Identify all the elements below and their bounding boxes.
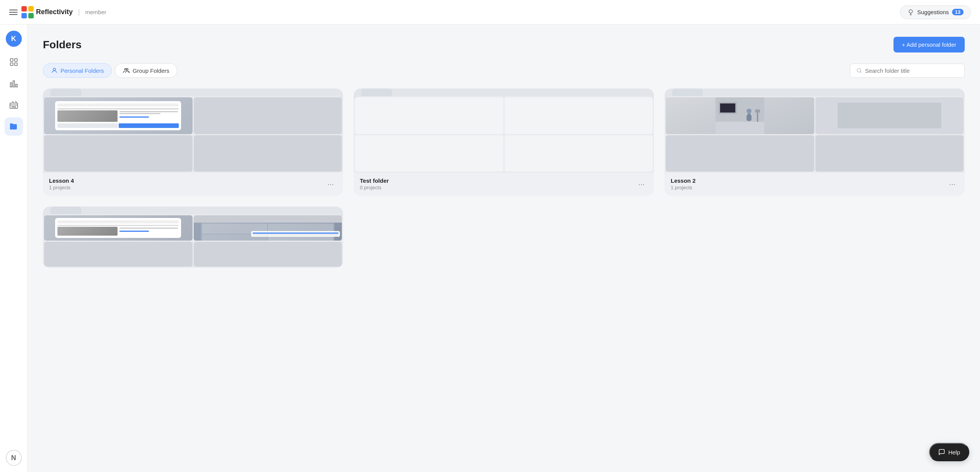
svg-point-4 — [909, 10, 912, 13]
sidebar-item-folders[interactable] — [5, 117, 23, 136]
folder-card-test[interactable]: Test folder 0 projects ··· — [354, 88, 654, 196]
hamburger-menu[interactable] — [9, 10, 18, 15]
svg-point-26 — [746, 108, 751, 113]
sidebar-bottom: N — [6, 450, 22, 466]
svg-rect-25 — [720, 103, 735, 113]
top-navigation: Reflectivity | member Suggestions 13 — [0, 0, 980, 25]
thumb-cell-3 — [355, 135, 503, 172]
folder-count: 1 projects — [671, 185, 696, 190]
analytics-icon — [9, 79, 18, 88]
svg-rect-8 — [15, 63, 17, 66]
svg-point-19 — [857, 69, 861, 72]
folder-thumbnail — [354, 88, 654, 173]
svg-point-15 — [15, 107, 16, 107]
folder-card-lesson2[interactable]: Lesson 2 1 projects ··· — [665, 88, 965, 196]
svg-rect-0 — [21, 6, 27, 11]
folder-title: Lesson 2 — [671, 177, 696, 184]
svg-rect-30 — [755, 110, 760, 113]
folder-tab — [51, 206, 81, 214]
avatar: K — [6, 31, 22, 47]
folder-inner-grid — [43, 96, 343, 173]
room-scene — [666, 97, 814, 134]
tabs-search-row: Personal Folders Group Folders — [43, 63, 965, 78]
tab-group-folders[interactable]: Group Folders — [115, 63, 177, 78]
folder-thumbnail — [665, 88, 965, 173]
svg-rect-5 — [10, 59, 13, 61]
n-letter: N — [11, 454, 16, 462]
tab-personal-folders[interactable]: Personal Folders — [43, 63, 112, 78]
thumb-cell-4 — [815, 135, 964, 172]
add-folder-button[interactable]: + Add personal folder — [893, 37, 965, 52]
sidebar-item-media[interactable] — [5, 96, 23, 114]
logo-divider: | — [78, 8, 80, 16]
svg-rect-11 — [16, 84, 17, 87]
logo-icon — [21, 6, 34, 18]
svg-rect-6 — [15, 59, 17, 61]
page-title: Folders — [43, 39, 82, 51]
svg-point-13 — [12, 107, 13, 107]
folder-tab — [361, 88, 392, 96]
folder-card-lesson-bottom[interactable] — [43, 206, 343, 268]
thumb-preview-1 — [44, 215, 193, 241]
thumb-cell-2 — [505, 97, 653, 134]
svg-rect-10 — [13, 81, 15, 87]
svg-rect-3 — [28, 13, 34, 18]
svg-point-18 — [126, 69, 128, 70]
search-icon — [856, 67, 862, 74]
film-icon — [9, 100, 18, 110]
svg-rect-31 — [757, 113, 758, 122]
sidebar-item-dashboard[interactable] — [5, 53, 23, 71]
svg-rect-22 — [715, 122, 764, 134]
thumb-cell-main — [44, 97, 193, 134]
folder-title: Test folder — [360, 177, 389, 184]
thumb-cell-2 — [815, 97, 964, 134]
thumb-preview-2 — [194, 223, 342, 240]
suggestions-badge: 13 — [952, 9, 964, 15]
group-tab-label: Group Folders — [132, 67, 169, 74]
personal-tab-label: Personal Folders — [60, 67, 104, 74]
folder-footer: Test folder 0 projects ··· — [354, 173, 654, 196]
thumb-cell-1 — [44, 215, 193, 241]
room-preview — [666, 97, 814, 134]
notion-icon[interactable]: N — [6, 450, 22, 466]
svg-rect-28 — [746, 115, 748, 120]
svg-rect-1 — [28, 6, 34, 11]
folder-menu-button[interactable]: ··· — [324, 179, 337, 189]
folder-card-lesson4[interactable]: Lesson 4 1 projects ··· — [43, 88, 343, 196]
folder-info: Lesson 2 1 projects — [671, 177, 696, 190]
folder-inner-grid — [665, 96, 965, 173]
thumb-cell-3 — [44, 242, 193, 267]
help-button[interactable]: Help — [929, 443, 969, 461]
search-box — [850, 64, 965, 78]
main-content: Folders + Add personal folder Personal F… — [28, 25, 980, 472]
app-logo: Reflectivity | member — [21, 6, 106, 18]
chat-icon — [938, 449, 945, 456]
group-icon — [123, 67, 130, 74]
suggestions-button[interactable]: Suggestions 13 — [900, 5, 971, 19]
folder-tab — [51, 88, 81, 96]
thumb-cell-3 — [666, 135, 814, 172]
folder-info: Test folder 0 projects — [360, 177, 389, 190]
folder-menu-button[interactable]: ··· — [946, 179, 959, 189]
thumb-cell-main — [666, 97, 814, 134]
thumb-cell-2 — [194, 97, 342, 134]
folder-thumbnail — [43, 88, 343, 173]
folder-menu-button[interactable]: ··· — [635, 179, 648, 189]
folder-count: 0 projects — [360, 185, 389, 190]
svg-point-14 — [13, 107, 14, 107]
nav-left: Reflectivity | member — [9, 6, 106, 18]
dashboard-icon — [9, 57, 18, 67]
thumb-cell-4 — [505, 135, 653, 172]
folder-inner-grid — [354, 96, 654, 173]
folder-count: 1 projects — [49, 185, 74, 190]
thumb-cell-4 — [194, 135, 342, 172]
svg-rect-2 — [21, 13, 27, 18]
sidebar: K N — [0, 25, 28, 472]
search-input[interactable] — [865, 67, 958, 74]
app-role: member — [85, 9, 106, 15]
folder-footer: Lesson 4 1 projects ··· — [43, 173, 343, 196]
svg-rect-7 — [10, 63, 13, 66]
svg-rect-29 — [750, 115, 751, 120]
sidebar-item-analytics[interactable] — [5, 74, 23, 93]
svg-rect-9 — [10, 83, 12, 87]
